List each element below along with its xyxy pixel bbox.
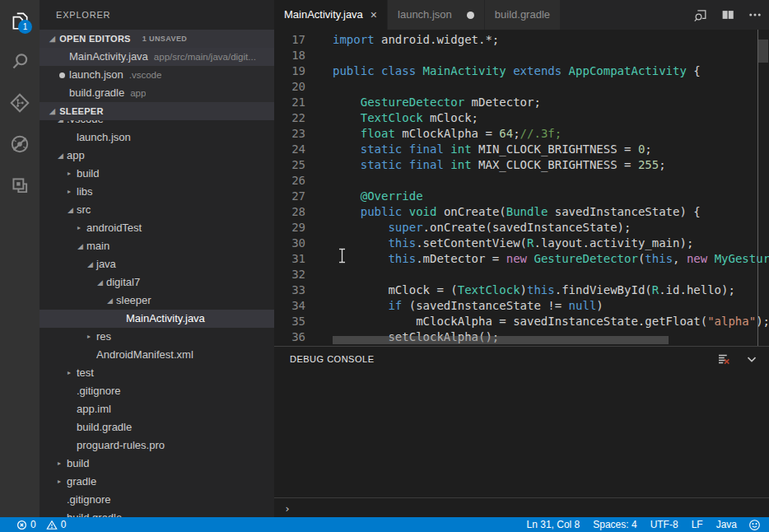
language-status[interactable]: Java: [710, 519, 743, 530]
more-actions-icon[interactable]: [748, 7, 762, 22]
code-line: [333, 79, 769, 95]
eol-status[interactable]: LF: [685, 519, 710, 530]
code-line: @Override: [333, 189, 769, 204]
status-right: Ln 31, Col 8 Spaces: 4 UTF-8 LF Java: [520, 519, 761, 531]
open-editors-header[interactable]: ◢ OPEN EDITORS 1 UNSAVED: [40, 30, 274, 48]
split-editor-icon[interactable]: [720, 7, 735, 22]
editor-title-actions: [692, 0, 762, 30]
tree-item-launch.json[interactable]: launch.json: [40, 128, 274, 147]
code-line: import android.widget.*;: [333, 32, 769, 48]
code-line: [333, 48, 769, 63]
tree-item-build.gradle[interactable]: build.gradle: [40, 509, 274, 517]
tree-item-res[interactable]: ▸res: [40, 328, 274, 346]
tree-item-build.gradle[interactable]: build.gradle: [40, 418, 274, 436]
tree-item-app[interactable]: ◢app: [40, 147, 274, 165]
tree-item-app.iml[interactable]: app.iml: [40, 400, 274, 418]
code-line: static final int MAX_CLOCK_BRIGHTNESS = …: [333, 157, 769, 173]
code-line: this.mDetector = new GestureDetector(thi…: [333, 251, 769, 267]
tree-item-MainActivity.java[interactable]: MainActivity.java: [40, 310, 274, 328]
tree-item-build[interactable]: ▸build: [40, 165, 274, 183]
debug-console-input[interactable]: ›: [274, 497, 769, 518]
code-line: mClockAlpha = savedInstanceState.getFloa…: [333, 314, 769, 329]
line-number: 28: [274, 204, 305, 220]
extensions-activity-button[interactable]: [0, 165, 40, 206]
tree-item-.gitignore[interactable]: .gitignore: [40, 491, 274, 509]
tree-item-build[interactable]: ▸build: [40, 455, 274, 473]
line-number: 21: [274, 95, 305, 110]
cursor-position-status[interactable]: Ln 31, Col 8: [520, 519, 587, 530]
chevron-collapsed-icon: ▸: [68, 165, 77, 183]
code-lines: import android.widget.*;public class Mai…: [333, 32, 769, 345]
open-editor-item[interactable]: MainActivity.java app/src/main/java/digi…: [40, 48, 274, 66]
horizontal-scrollbar[interactable]: [333, 336, 669, 344]
chevron-collapsed-icon: ▸: [58, 455, 67, 473]
tree-item-proguard-rules.pro[interactable]: proguard-rules.pro: [40, 436, 274, 455]
tree-item-label: java: [96, 255, 116, 273]
tree-item-label: app.iml: [77, 400, 111, 418]
open-editor-item[interactable]: build.gradle app: [40, 84, 274, 102]
search-activity-button[interactable]: [0, 41, 40, 82]
tree-item-label: res: [96, 328, 111, 346]
tree-item-label: build: [77, 165, 99, 183]
project-section-header[interactable]: ◢ SLEEPER: [40, 102, 274, 120]
line-number: 17: [274, 32, 305, 48]
line-number: 27: [274, 189, 305, 204]
open-editor-name: launch.json: [69, 66, 124, 84]
vscode-window: 1: [0, 0, 769, 532]
explorer-activity-button[interactable]: 1: [0, 0, 40, 41]
problems-status[interactable]: 0 0: [16, 519, 66, 530]
close-icon[interactable]: ×: [371, 9, 377, 21]
code-line: public void onCreate(Bundle savedInstanc…: [333, 204, 769, 220]
debug-activity-button[interactable]: [0, 124, 40, 165]
tree-item-label: build.gradle: [77, 418, 132, 436]
chevron-expanded-icon: ◢: [49, 30, 55, 48]
feedback-smiley-icon[interactable]: [748, 519, 761, 531]
code-editor[interactable]: 1718192021222324252627282930313233343536…: [274, 30, 769, 346]
encoding-status[interactable]: UTF-8: [644, 519, 685, 530]
tab-mainactivity[interactable]: MainActivity.java ×: [274, 0, 387, 30]
search-doc-icon[interactable]: [692, 7, 708, 23]
chevron-down-icon[interactable]: [744, 352, 759, 366]
line-number: 19: [274, 63, 305, 79]
git-icon: [9, 92, 30, 114]
code-line: mClock = (TextClock)this.findViewById(R.…: [333, 282, 769, 298]
debug-console-panel: DEBUG CONSOLE ›: [274, 346, 769, 517]
tree-item-libs[interactable]: ▸libs: [40, 183, 274, 201]
overview-ruler: [757, 30, 758, 346]
search-icon: [9, 51, 30, 72]
source-control-activity-button[interactable]: [0, 82, 40, 124]
open-editor-item[interactable]: launch.json .vscode: [40, 66, 274, 84]
line-number: 34: [274, 298, 305, 314]
tree-item-AndroidManifest.xml[interactable]: AndroidManifest.xml: [40, 346, 274, 364]
code-line: super.onCreate(savedInstanceState);: [333, 220, 769, 236]
line-number: 33: [274, 282, 305, 298]
indentation-status[interactable]: Spaces: 4: [586, 519, 643, 530]
file-tree: ◢.vscodelaunch.json◢app▸build▸libs◢src▸a…: [40, 110, 274, 517]
panel-actions: [716, 352, 759, 366]
tree-item-src[interactable]: ◢src: [40, 201, 274, 219]
tree-item-.gitignore[interactable]: .gitignore: [40, 382, 274, 400]
tree-item-sleeper[interactable]: ◢sleeper: [40, 292, 274, 310]
chevron-collapsed-icon: ▸: [87, 328, 96, 346]
code-line: this.setContentView(R.layout.activity_ma…: [333, 236, 769, 251]
chevron-expanded-icon: ◢: [87, 255, 96, 273]
tree-item-test[interactable]: ▸test: [40, 364, 274, 382]
code-line: [333, 173, 769, 189]
tree-item-digital7[interactable]: ◢digital7: [40, 273, 274, 292]
open-editor-detail: app/src/main/java/digit...: [154, 48, 256, 66]
unsaved-dot-icon: [59, 66, 69, 84]
chevron-collapsed-icon: ▸: [77, 219, 86, 237]
gutter: 1718192021222324252627282930313233343536: [274, 32, 333, 345]
tab-build-gradle[interactable]: build.gradle: [485, 0, 560, 30]
tree-item-java[interactable]: ◢java: [40, 255, 274, 273]
code-line: float mClockAlpha = 64;//.3f;: [333, 126, 769, 142]
tree-item-gradle[interactable]: ▸gradle: [40, 473, 274, 491]
tab-bar: MainActivity.java × launch.json build.gr…: [274, 0, 769, 30]
line-number: 32: [274, 267, 305, 282]
tree-item-main[interactable]: ◢main: [40, 237, 274, 255]
status-bar: 0 0 Ln 31, Col 8 Spaces: 4 UTF-8 LF Java: [0, 517, 769, 532]
tree-item-androidTest[interactable]: ▸androidTest: [40, 219, 274, 237]
vertical-scrollbar[interactable]: [758, 40, 768, 63]
tab-launch-json[interactable]: launch.json: [388, 0, 484, 30]
clear-console-icon[interactable]: [716, 352, 731, 366]
